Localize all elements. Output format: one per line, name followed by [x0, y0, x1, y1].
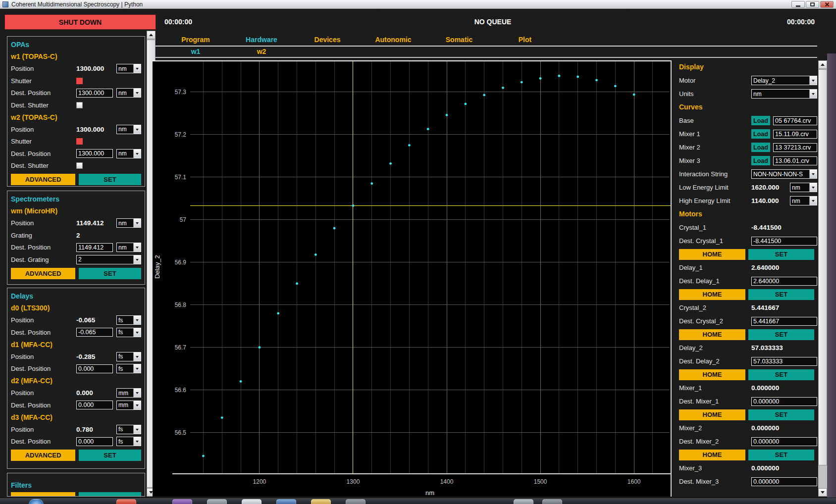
d1-dest-position-input[interactable] — [76, 364, 113, 373]
tuning-curve-plot[interactable]: 1200130014001500160056.556.656.756.856.9… — [153, 60, 672, 497]
dest-motor-label: Dest. Delay_2 — [679, 357, 751, 365]
taskbar-folder-icon[interactable] — [311, 499, 331, 504]
subtab-w2[interactable]: w2 — [229, 48, 294, 55]
w2-position-unit-dropdown[interactable]: nm — [116, 125, 141, 134]
w1-dest-unit-dropdown[interactable]: nm — [116, 88, 141, 98]
w2-dest-unit-dropdown[interactable]: nm — [116, 149, 141, 158]
tab-devices[interactable]: Devices — [295, 36, 360, 44]
minimize-button[interactable] — [791, 1, 805, 8]
d3-dest-position-input[interactable] — [76, 437, 113, 446]
load-mixer1-button[interactable]: Load — [751, 129, 770, 139]
mixer1-dest-input[interactable] — [751, 397, 817, 406]
delay1-dest-input[interactable] — [751, 277, 817, 286]
load-mixer2-button[interactable]: Load — [751, 143, 770, 152]
close-button[interactable] — [820, 1, 834, 8]
chevron-down-icon — [809, 197, 817, 205]
crystal1-set-button[interactable]: SET — [748, 249, 814, 260]
crystal1-home-button[interactable]: HOME — [679, 249, 745, 260]
motor-name: Mixer_2 — [679, 424, 751, 432]
tab-plot[interactable]: Plot — [493, 36, 557, 44]
crystal2-dest-input[interactable] — [751, 317, 817, 326]
taskbar-app-gray-icon[interactable] — [207, 499, 227, 504]
low-energy-unit-dropdown[interactable]: nm — [790, 183, 817, 192]
delay1-home-button[interactable]: HOME — [679, 289, 745, 300]
w1-dest-shutter-checkbox[interactable] — [76, 102, 83, 108]
units-dropdown[interactable]: nm — [751, 89, 817, 99]
mixer2-dest-input[interactable] — [751, 437, 817, 446]
load-mixer3-button[interactable]: Load — [751, 156, 770, 165]
crystal2-home-button[interactable]: HOME — [679, 329, 745, 340]
taskbar-app-gray3-icon[interactable] — [514, 499, 533, 504]
mixer1-curve-file-field[interactable] — [773, 130, 817, 139]
tab-hardware[interactable]: Hardware — [229, 36, 294, 44]
spectrometers-advanced-button[interactable]: ADVANCED — [11, 268, 75, 279]
filters-set-button[interactable] — [79, 492, 141, 497]
opas-set-button[interactable]: SET — [79, 174, 141, 185]
mixer3-curve-file-field[interactable] — [773, 156, 817, 165]
scroll-up-icon[interactable] — [147, 31, 156, 39]
tab-autonomic[interactable]: Autonomic — [361, 36, 425, 44]
mixer1-set-button[interactable]: SET — [748, 409, 814, 420]
mixer2-home-button[interactable]: HOME — [679, 450, 745, 460]
d1-position-unit-dropdown[interactable]: fs — [116, 352, 141, 361]
high-energy-unit-dropdown[interactable]: nm — [790, 196, 817, 205]
w2-dest-shutter-checkbox[interactable] — [76, 162, 83, 169]
delay1-set-button[interactable]: SET — [748, 289, 814, 300]
taskbar-app-gray2-icon[interactable] — [346, 499, 366, 504]
subtab-w1[interactable]: w1 — [163, 48, 228, 55]
maximize-button[interactable] — [806, 1, 819, 8]
crystal1-dest-input[interactable] — [751, 237, 817, 246]
taskbar-app-light-icon[interactable] — [242, 499, 261, 504]
right-scrollbar-thumb[interactable] — [818, 69, 827, 465]
mixer2-curve-file-field[interactable] — [773, 143, 817, 152]
wm-dest-grating-dropdown[interactable]: 2 — [76, 255, 141, 264]
d2-dest-position-input[interactable] — [76, 401, 113, 409]
wm-dest-unit-dropdown[interactable]: nm — [116, 243, 141, 252]
mixer1-home-button[interactable]: HOME — [679, 409, 745, 420]
delays-advanced-button[interactable]: ADVANCED — [11, 450, 75, 461]
mixer3-dest-input[interactable] — [751, 477, 817, 486]
delay2-set-button[interactable]: SET — [748, 369, 814, 380]
d0-position-unit-dropdown[interactable]: fs — [116, 315, 141, 325]
w1-position-unit-dropdown[interactable]: nm — [116, 64, 141, 73]
shutdown-button[interactable]: SHUT DOWN — [4, 14, 156, 30]
d3-device-header: d3 (MFA-CC) — [11, 411, 141, 424]
spectrometers-set-button[interactable]: SET — [79, 268, 141, 279]
d1-dest-unit-dropdown[interactable]: fs — [116, 364, 141, 373]
sub-tabs: w1 w2 — [163, 48, 294, 55]
load-base-button[interactable]: Load — [751, 116, 770, 125]
interaction-string-dropdown[interactable]: NON-NON-NON-S — [751, 169, 817, 179]
d3-dest-unit-dropdown[interactable]: fs — [116, 437, 141, 446]
delays-set-button[interactable]: SET — [79, 450, 141, 461]
chevron-down-icon — [133, 316, 141, 324]
tab-program[interactable]: Program — [163, 36, 228, 44]
taskbar-app-red-icon[interactable] — [116, 499, 136, 504]
motor-dropdown[interactable]: Delay_2 — [751, 76, 817, 85]
opas-panel: OPAs w1 (TOPAS-C) Position 1300.000 nm S… — [7, 36, 145, 187]
filters-advanced-button[interactable] — [11, 492, 75, 497]
w1-dest-position-input[interactable] — [76, 89, 113, 98]
scroll-up-icon[interactable] — [818, 60, 827, 69]
d2-position-unit-dropdown[interactable]: mm — [116, 388, 141, 398]
start-orb-icon[interactable] — [29, 499, 44, 504]
right-panel-scrollbar[interactable] — [818, 60, 827, 497]
d3-position-unit-dropdown[interactable]: fs — [116, 425, 141, 434]
base-curve-file-field[interactable] — [773, 116, 817, 125]
delay2-dest-input[interactable] — [751, 357, 817, 366]
d0-dest-unit-dropdown[interactable]: fs — [116, 328, 141, 337]
taskbar-app-blue-icon[interactable] — [276, 499, 296, 504]
w2-dest-position-input[interactable] — [76, 149, 113, 158]
mixer2-set-button[interactable]: SET — [748, 450, 814, 460]
taskbar-app-gray4-icon[interactable] — [542, 499, 562, 504]
d2-dest-unit-dropdown[interactable]: mm — [116, 401, 141, 410]
opas-advanced-button[interactable]: ADVANCED — [11, 174, 75, 185]
scroll-down-icon[interactable] — [818, 488, 827, 497]
tab-somatic[interactable]: Somatic — [427, 36, 491, 44]
d0-dest-position-input[interactable] — [76, 328, 113, 337]
crystal2-set-button[interactable]: SET — [748, 329, 814, 340]
wm-dest-position-input[interactable] — [76, 243, 113, 252]
chevron-down-icon — [133, 125, 141, 134]
delay2-home-button[interactable]: HOME — [679, 369, 745, 380]
taskbar-app-purple-icon[interactable] — [172, 499, 192, 504]
wm-position-unit-dropdown[interactable]: nm — [116, 218, 141, 228]
